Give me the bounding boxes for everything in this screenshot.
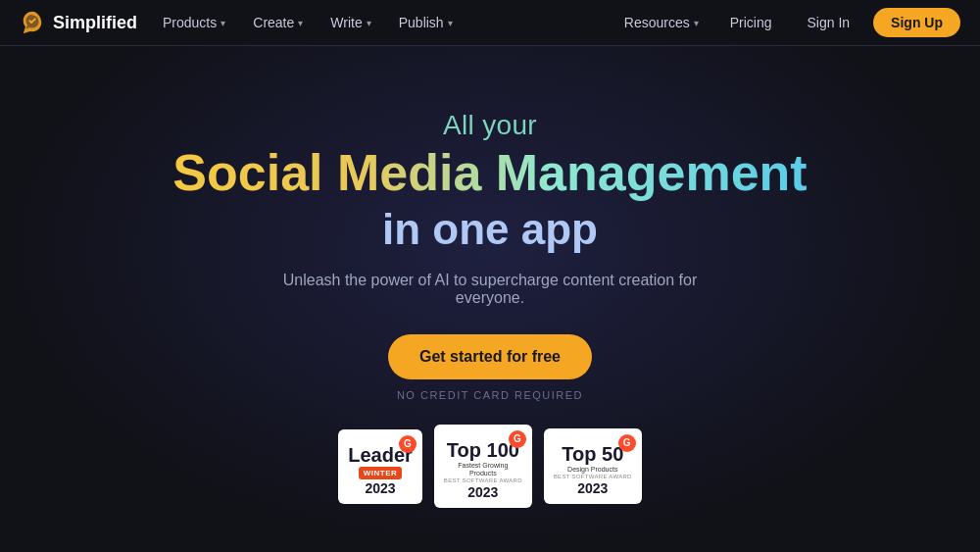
nav-item-resources[interactable]: Resources ▾ — [612, 0, 710, 46]
products-chevron-icon: ▾ — [220, 18, 225, 28]
hero-description: Unleash the power of AI to supercharge c… — [255, 272, 725, 307]
logo-area[interactable]: Simplified — [20, 10, 137, 35]
badge-award-top100: BEST SOFTWARE AWARD — [444, 477, 522, 483]
navbar: Simplified Products ▾ Create ▾ Write ▾ P… — [0, 0, 980, 46]
publish-chevron-icon: ▾ — [448, 18, 453, 28]
navbar-left: Simplified Products ▾ Create ▾ Write ▾ P… — [20, 0, 465, 46]
badge-year-leader: 2023 — [365, 480, 395, 496]
create-chevron-icon: ▾ — [298, 18, 303, 28]
nav-item-pricing[interactable]: Pricing — [718, 0, 784, 46]
simplified-logo-icon — [20, 10, 45, 35]
logo-text: Simplified — [53, 13, 137, 33]
badge-rank-top100: Top 100 — [447, 440, 519, 460]
navbar-right: Resources ▾ Pricing Sign In Sign Up — [612, 0, 960, 46]
badge-top50: G Top 50 Design Products BEST SOFTWARE A… — [544, 428, 642, 504]
badge-desc-top100: Fastest Growing Products — [449, 462, 517, 478]
hero-title-bottom: in one app — [382, 205, 598, 254]
badge-type-leader: WINTER — [359, 467, 403, 479]
nav-item-write[interactable]: Write ▾ — [318, 0, 382, 46]
g2-logo-icon: G — [399, 435, 416, 453]
badge-leader: G Leader WINTER 2023 — [338, 429, 422, 504]
badge-year-top100: 2023 — [467, 484, 498, 500]
nav-item-create[interactable]: Create ▾ — [241, 0, 315, 46]
badge-rank-top50: Top 50 — [562, 444, 623, 464]
sign-up-button[interactable]: Sign Up — [873, 8, 960, 37]
g2-logo-icon-3: G — [618, 434, 636, 452]
badge-award-top50: BEST SOFTWARE AWARD — [554, 474, 632, 479]
write-chevron-icon: ▾ — [367, 18, 371, 28]
badges-row: G Leader WINTER 2023 G Top 100 Fastest G… — [338, 425, 641, 509]
badge-desc-top50: Design Products — [567, 466, 617, 474]
nav-item-products[interactable]: Products ▾ — [151, 0, 237, 46]
badge-year-top50: 2023 — [577, 480, 608, 496]
g2-logo-icon-2: G — [509, 430, 526, 448]
resources-chevron-icon: ▾ — [694, 18, 699, 28]
get-started-button[interactable]: Get started for free — [388, 334, 592, 379]
hero-section: All your Social Media Management in one … — [0, 46, 980, 552]
badge-top100: G Top 100 Fastest Growing Products BEST … — [434, 425, 532, 509]
hero-subtitle: All your — [443, 110, 537, 141]
nav-item-publish[interactable]: Publish ▾ — [387, 0, 465, 46]
no-credit-text: NO CREDIT CARD REQUIRED — [397, 389, 583, 401]
hero-title-main: Social Media Management — [172, 145, 807, 201]
sign-in-button[interactable]: Sign In — [792, 8, 866, 37]
